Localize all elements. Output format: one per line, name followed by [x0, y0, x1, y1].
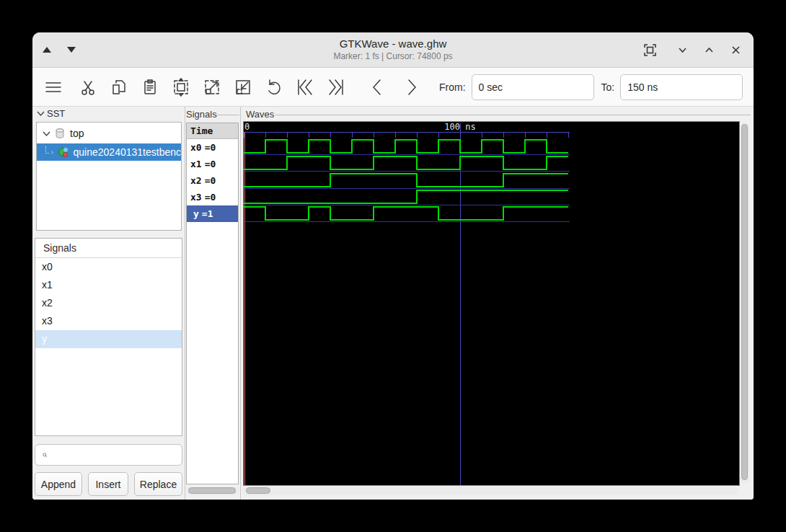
frame-line: [275, 115, 751, 115]
tree-node-top[interactable]: top: [37, 125, 181, 142]
svg-text:0: 0: [244, 122, 250, 132]
wave-signal-name: x1: [190, 159, 202, 169]
frame-line: [217, 115, 239, 115]
wave-signal-value: =0: [205, 142, 216, 153]
sst-tree: top quine20240131testbenc: [36, 122, 182, 231]
signal-search[interactable]: [35, 444, 182, 466]
wave-signal-value: =0: [205, 159, 216, 169]
wave-signal-value: =1: [202, 208, 213, 219]
wave-names-panel: Time x0=0x1=0x2=0x3=0y=1: [186, 123, 239, 484]
scrollbar-thumb[interactable]: [246, 487, 270, 494]
shift-down-button[interactable]: [67, 47, 76, 53]
signal-list-item-x2[interactable]: x2: [35, 294, 182, 312]
undo-button[interactable]: [263, 76, 285, 99]
wave-row-x2[interactable]: x2=0: [187, 172, 238, 189]
wave-row-x1[interactable]: x1=0: [187, 156, 238, 172]
search-icon: [43, 450, 48, 461]
maximize-icon[interactable]: [703, 44, 715, 56]
minimize-icon[interactable]: [676, 44, 689, 56]
module-icon: [58, 146, 69, 158]
time-header: Time: [187, 123, 238, 139]
waves-vscrollbar[interactable]: [741, 123, 749, 484]
package-icon: [54, 128, 66, 139]
go-to-end-button[interactable]: [325, 76, 347, 99]
search-input[interactable]: [52, 449, 182, 461]
wave-trace-x3: [244, 190, 568, 203]
sst-expander[interactable]: SST: [37, 108, 65, 119]
pane-splitter-right[interactable]: [240, 107, 241, 500]
tree-node-label: quine20240131testbenc: [74, 146, 181, 158]
from-input[interactable]: [472, 74, 594, 100]
shift-up-button[interactable]: [43, 47, 51, 53]
wave-signal-name: x0: [190, 142, 202, 153]
expander-open-icon[interactable]: [43, 130, 50, 137]
cut-button[interactable]: [77, 76, 99, 99]
expander-closed-icon[interactable]: [49, 151, 56, 154]
signal-list-item-x1[interactable]: x1: [35, 276, 182, 294]
from-label: From:: [439, 81, 466, 93]
reload-button[interactable]: [751, 76, 754, 99]
waves-hscrollbar[interactable]: [243, 487, 738, 495]
next-edge-button[interactable]: [401, 76, 423, 99]
scrollbar-thumb[interactable]: [188, 487, 236, 494]
wave-trace-x2: [244, 174, 568, 187]
wave-row-x0[interactable]: x0=0: [187, 139, 238, 156]
to-input[interactable]: [620, 74, 743, 100]
desktop: GTKWave - wave.ghw Marker: 1 fs | Cursor…: [0, 0, 786, 532]
wave-signal-name: y: [193, 208, 199, 219]
wave-canvas[interactable]: 0100 ns: [243, 121, 740, 486]
zoom-in-button[interactable]: [201, 76, 223, 99]
pane-splitter-left[interactable]: [185, 107, 185, 500]
zoom-out-button[interactable]: [232, 76, 254, 99]
waves-frame-label: Waves: [246, 109, 274, 120]
tree-node-label: top: [70, 128, 84, 139]
chevron-down-icon: [37, 110, 45, 117]
wave-signal-name: x2: [190, 175, 202, 186]
signal-list-item-x3[interactable]: x3: [35, 312, 182, 330]
signal-list-header: Signals: [35, 239, 182, 258]
wave-row-y[interactable]: y=1: [187, 205, 238, 222]
wave-row-x3[interactable]: x3=0: [187, 189, 238, 205]
close-icon[interactable]: [730, 44, 742, 56]
wave-trace-x1: [244, 156, 568, 169]
wave-signal-value: =0: [205, 192, 216, 203]
signals-frame-label: Signals: [186, 109, 217, 120]
signal-buttons: AppendInsertReplace: [35, 472, 182, 496]
fullscreen-icon[interactable]: [644, 44, 656, 56]
go-to-start-button[interactable]: [294, 76, 316, 99]
gtkwave-window: GTKWave - wave.ghw Marker: 1 fs | Cursor…: [32, 32, 754, 500]
wave-signal-name: x3: [190, 192, 202, 203]
to-label: To:: [601, 81, 615, 93]
previous-edge-button[interactable]: [366, 76, 388, 99]
insert-button[interactable]: Insert: [88, 472, 128, 496]
signal-list-item-x0[interactable]: x0: [35, 258, 182, 276]
wave-trace-y: [244, 207, 568, 220]
append-button[interactable]: Append: [35, 472, 82, 496]
names-hscrollbar[interactable]: [187, 487, 239, 495]
scrollbar-thumb[interactable]: [741, 124, 748, 480]
copy-button[interactable]: [108, 76, 130, 99]
tree-node-testbench[interactable]: quine20240131testbenc: [37, 143, 181, 161]
sst-label: SST: [47, 108, 65, 119]
wave-trace-x0: [244, 140, 568, 153]
signal-list-item-y[interactable]: y: [35, 330, 182, 348]
wave-signal-value: =0: [205, 175, 216, 186]
replace-button[interactable]: Replace: [134, 472, 182, 496]
zoom-fit-button[interactable]: [170, 76, 192, 99]
main-area: SST top: [32, 107, 754, 500]
signal-list-panel: Signals x0x1x2x3y: [35, 238, 182, 436]
titlebar[interactable]: GTKWave - wave.ghw Marker: 1 fs | Cursor…: [32, 32, 754, 68]
menu-button[interactable]: [43, 76, 64, 99]
toolbar: From: To:: [32, 68, 754, 107]
paste-button[interactable]: [139, 76, 161, 99]
